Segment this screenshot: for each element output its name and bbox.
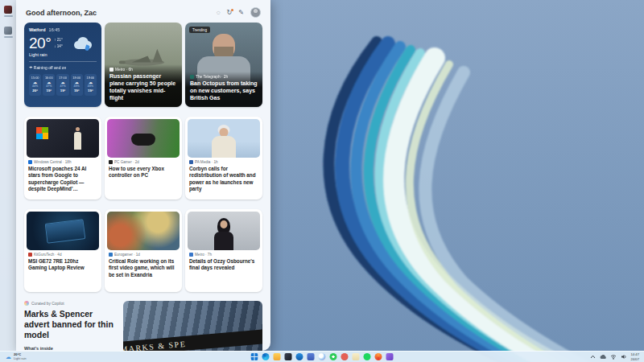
trending-badge: Trending bbox=[189, 27, 210, 33]
source-row: Windows Central · 18h bbox=[28, 160, 97, 164]
hour-temp: 19° bbox=[56, 88, 68, 93]
fantasy-art-photo bbox=[107, 212, 180, 250]
hour-chip[interactable]: 17:00 ☁ 47% 19° bbox=[56, 74, 68, 96]
weather-location: Watford bbox=[29, 27, 46, 32]
source-row: PA Media · 1h bbox=[189, 160, 258, 164]
hourly-forecast: 15:00 ☁ 44% 20° 16:00 ☁ 47% 19° 17:00 ☁ bbox=[29, 74, 97, 96]
start-button[interactable] bbox=[251, 353, 258, 360]
hour-time: 15:00 bbox=[29, 76, 41, 80]
taskbar-weather-widget[interactable]: ☁ 20°C Light rain bbox=[0, 352, 32, 362]
headline: MSI GE72 7RE 120hz Gaming Laptop Review bbox=[28, 258, 97, 272]
metro-favicon bbox=[109, 68, 114, 72]
rail-item-feed[interactable] bbox=[4, 27, 13, 38]
sign-text: MARKS & SPE bbox=[123, 339, 187, 351]
high-temp: ↑ 21° bbox=[54, 38, 63, 42]
slideshow-icon[interactable]: ◌ bbox=[217, 10, 221, 16]
source-row: The Telegraph · 2h bbox=[190, 75, 258, 79]
story-title: Marks & Spencer advert banned for thin m… bbox=[24, 309, 118, 341]
source-meta: Metro · 6h bbox=[115, 68, 133, 72]
news-card-trending[interactable]: Trending The Telegraph · 2h Ban Octopus … bbox=[185, 23, 262, 107]
taskbar-app-icons bbox=[251, 353, 394, 360]
card-text-overlay: Metro · 6h Russian passenger plane carry… bbox=[105, 64, 182, 107]
teams-icon[interactable] bbox=[308, 353, 315, 360]
widgets-nav-rail bbox=[0, 0, 16, 351]
marks-spencer-photo[interactable]: MARKS & SPE bbox=[123, 301, 262, 351]
low-temp: ↓ 14° bbox=[54, 44, 63, 48]
source-row: Eurogamer · 1d bbox=[109, 253, 178, 257]
weather-header: Watford 16:45 bbox=[29, 27, 97, 32]
headline: Details of Ozzy Osbourne's final days re… bbox=[189, 258, 258, 272]
hour-chip[interactable]: 15:00 ☁ 44% 20° bbox=[29, 74, 41, 96]
hour-temp: 19° bbox=[43, 88, 55, 93]
loop-icon[interactable] bbox=[386, 353, 394, 360]
photos-icon[interactable] bbox=[285, 353, 292, 360]
source-row: KitGuruTech · 4d bbox=[28, 253, 97, 257]
high-low: ↑ 21° ↓ 14° bbox=[54, 37, 63, 50]
rail-item-profile[interactable] bbox=[4, 6, 13, 17]
metro-favicon bbox=[189, 253, 193, 257]
hour-chip[interactable]: 19:00 ☁ 43% 19° bbox=[85, 74, 97, 96]
header-actions: ◌ ↻ ✎ bbox=[217, 7, 261, 18]
news-card-critical-role[interactable]: Eurogamer · 1d Critical Role working on … bbox=[105, 209, 182, 292]
tray-clock[interactable]: 14:47 24/07 bbox=[631, 352, 639, 360]
news-card-msi-laptop[interactable]: KitGuruTech · 4d MSI GE72 7RE 120hz Gami… bbox=[24, 209, 101, 292]
edge-icon[interactable] bbox=[262, 353, 270, 360]
weather-alert: ☂ Raining off and on bbox=[29, 61, 97, 70]
current-temp: 20° bbox=[29, 35, 51, 51]
outlook-icon[interactable] bbox=[296, 353, 303, 360]
news-card-corbyn[interactable]: PA Media · 1h Corbyn calls for redistrib… bbox=[185, 117, 262, 200]
hour-chip[interactable]: 18:00 ☁ 43% 19° bbox=[71, 74, 83, 96]
hour-chip[interactable]: 16:00 ☁ 47% 19° bbox=[43, 74, 55, 96]
windows-central-favicon bbox=[28, 160, 32, 164]
source-row: Metro · 6h bbox=[109, 68, 177, 72]
weather-icon: ☁ bbox=[6, 354, 11, 360]
eurogamer-favicon bbox=[109, 253, 113, 257]
edit-icon[interactable]: ✎ bbox=[238, 10, 244, 16]
refresh-icon[interactable]: ↻ bbox=[227, 10, 233, 16]
volume-icon[interactable] bbox=[621, 354, 627, 360]
headline: How to use every Xbox controller on PC bbox=[109, 166, 178, 179]
weather-time: 16:45 bbox=[49, 27, 60, 32]
source-meta: Windows Central · 18h bbox=[34, 160, 71, 164]
pc-gamer-favicon bbox=[109, 160, 113, 164]
news-card-windows-central[interactable]: Windows Central · 18h Microsoft poaches … bbox=[24, 117, 101, 200]
source-meta: The Telegraph · 2h bbox=[196, 75, 228, 79]
hour-time: 16:00 bbox=[43, 76, 55, 80]
card-text-overlay: The Telegraph · 2h Ban Octopus from taki… bbox=[185, 72, 262, 107]
curated-label-row: Curated by Copilot bbox=[24, 301, 118, 306]
avatar[interactable] bbox=[250, 7, 261, 18]
widgets-header: Good afternoon, Zac ◌ ↻ ✎ bbox=[16, 0, 270, 22]
pinned-app-icon[interactable] bbox=[341, 353, 349, 360]
source-meta: Eurogamer · 1d bbox=[114, 253, 140, 257]
rain-cloud-icon bbox=[74, 37, 97, 51]
onedrive-icon[interactable] bbox=[600, 355, 606, 360]
news-card-ozzy[interactable]: Metro · 7h Details of Ozzy Osbourne's fi… bbox=[185, 209, 262, 292]
microsoft-event-photo bbox=[27, 119, 99, 158]
news-card-plane[interactable]: Metro · 6h Russian passenger plane carry… bbox=[105, 23, 182, 107]
source-meta: KitGuruTech · 4d bbox=[34, 253, 61, 257]
widgets-grid: Watford 16:45 20° ↑ 21° ↓ 14° Light rain… bbox=[16, 22, 270, 292]
headline: Critical Role working on its first video… bbox=[109, 258, 178, 278]
widgets-panel: Good afternoon, Zac ◌ ↻ ✎ Watford 16:45 … bbox=[16, 0, 270, 351]
spotify-icon[interactable] bbox=[364, 353, 371, 360]
xbox-controller-photo bbox=[107, 119, 180, 158]
profile-icon bbox=[4, 6, 12, 14]
tray-chevron-icon[interactable] bbox=[590, 355, 596, 359]
kitguru-favicon bbox=[28, 253, 32, 257]
copilot-story-summary[interactable]: Curated by Copilot Marks & Spencer adver… bbox=[24, 301, 118, 351]
weather-widget[interactable]: Watford 16:45 20° ↑ 21° ↓ 14° Light rain… bbox=[24, 23, 101, 107]
copilot-icon[interactable] bbox=[319, 353, 326, 360]
file-explorer-icon[interactable] bbox=[274, 353, 281, 360]
ozzy-photo bbox=[188, 212, 260, 250]
news-card-pc-gamer[interactable]: PC Gamer · 2d How to use every Xbox cont… bbox=[105, 117, 182, 200]
wifi-icon[interactable] bbox=[610, 354, 617, 360]
desktop: Good afternoon, Zac ◌ ↻ ✎ Watford 16:45 … bbox=[0, 0, 644, 362]
taskbar-condition: Light rain bbox=[14, 357, 27, 360]
source-row: PC Gamer · 2d bbox=[109, 160, 178, 164]
taskbar: ☁ 20°C Light rain bbox=[0, 351, 644, 362]
firefox-icon[interactable] bbox=[375, 353, 382, 360]
notepad-icon[interactable] bbox=[353, 353, 360, 360]
whatsapp-icon[interactable] bbox=[330, 353, 337, 360]
hour-temp: 19° bbox=[71, 88, 83, 93]
tray-date: 24/07 bbox=[631, 357, 639, 361]
